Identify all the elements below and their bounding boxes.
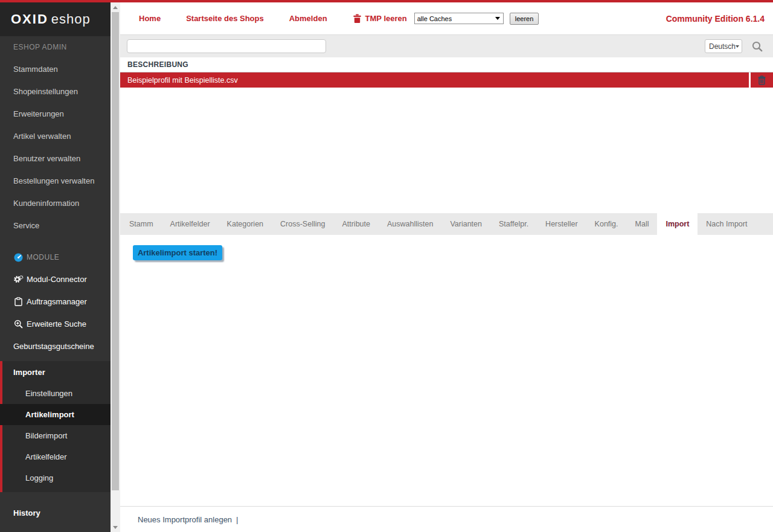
sidebar-item-modul-connector[interactable]: Modul-Connector [0,268,111,290]
nav-link-home[interactable]: Home [139,14,161,23]
list-empty-space [120,88,773,213]
start-article-import-button[interactable]: Artikelimport starten! [133,245,222,260]
cache-select[interactable]: alle Caches [414,13,504,24]
logo-product: eshop [51,11,91,27]
zoom-in-icon [13,319,24,329]
down-triangle-icon [113,526,118,529]
tab-artikelfelder[interactable]: Artikelfelder [162,213,219,235]
cogs-icon [13,274,24,284]
list-column-header: BESCHREIBUNG [120,57,773,72]
scroll-down-arrow[interactable] [111,522,120,532]
clipboard-icon [13,296,24,307]
sidebar-subitem-bilderimport[interactable]: Bilderimport [2,425,111,446]
footer-separator: | [236,515,238,524]
tab-import[interactable]: Import [657,213,698,235]
footer-bar: Neues Importprofil anlegen | [120,506,773,532]
scrollbar-thumb[interactable] [112,12,119,490]
sidebar-subitem-logging[interactable]: Logging [2,467,111,489]
up-triangle-icon [113,6,118,9]
tab-mall[interactable]: Mall [627,213,658,235]
sidebar-item-erweiterte-suche[interactable]: Erweiterte Suche [0,313,111,335]
nav-link-shop-startpage[interactable]: Startseite des Shops [186,14,264,23]
tab-konfig[interactable]: Konfig. [586,213,627,235]
module-section-label: MODULE [27,253,59,261]
trash-icon [353,14,362,24]
language-select-value: Deutsch [709,42,736,51]
sidebar-subitem-einstellungen[interactable]: Einstellungen [2,383,111,404]
vertical-scrollbar[interactable] [111,2,120,532]
sidebar-item-shopeinstellungen[interactable]: Shopeinstellungen [0,80,111,103]
oxid-logo: OXID eshop [0,2,111,36]
top-navigation: Home Startseite des Shops Abmelden TMP l… [120,2,773,35]
language-select[interactable]: Deutsch [705,39,742,53]
cache-select-value: alle Caches [417,15,452,22]
tmp-clear-action[interactable]: TMP leeren [353,14,407,24]
sidebar-subitem-artikelfelder[interactable]: Artikelfelder [2,446,111,467]
module-gauge-icon [13,252,24,263]
module-item-label: Modul-Connector [27,275,87,284]
select-arrow-icon [495,17,500,20]
chevron-down-icon [736,45,739,48]
sidebar-subitem-artikelimport[interactable]: Artikelimport [0,404,111,425]
sidebar-item-erweiterungen[interactable]: Erweiterungen [0,103,111,125]
module-item-label: Geburtstagsgutscheine [13,342,94,351]
cache-clear-button[interactable]: leeren [510,13,539,25]
import-profile-row-label[interactable]: Beispielprofil mit Beispielliste.csv [120,72,749,88]
tab-nach-import[interactable]: Nach Import [698,213,755,235]
sidebar-item-history[interactable]: History [0,502,111,524]
tab-stamm[interactable]: Stamm [121,213,162,235]
tab-staffelpr[interactable]: Staffelpr. [490,213,537,235]
module-item-label: Erweiterte Suche [27,319,86,328]
tab-auswahllisten[interactable]: Auswahllisten [379,213,441,235]
sidebar-section-eshop-admin: ESHOP ADMIN [0,36,111,58]
tab-cross-selling[interactable]: Cross-Selling [272,213,333,235]
edition-label: Community Edition 6.1.4 [666,14,765,24]
sidebar-item-service[interactable]: Service [0,214,111,237]
logo-brand: OXID [11,11,48,27]
search-icon[interactable] [752,41,763,52]
delete-profile-button[interactable] [751,72,773,88]
sidebar-item-stammdaten[interactable]: Stammdaten [0,58,111,80]
main-area: Home Startseite des Shops Abmelden TMP l… [120,2,773,532]
tmp-clear-label: TMP leeren [365,14,407,23]
search-bar: Deutsch [120,35,773,57]
tab-varianten[interactable]: Varianten [441,213,490,235]
tab-attribute[interactable]: Attribute [333,213,379,235]
sidebar-section-module: MODULE [0,246,111,268]
nav-link-logout[interactable]: Abmelden [289,14,327,23]
sidebar: OXID eshop ESHOP ADMIN Stammdaten Shopei… [0,2,111,532]
sidebar-item-bestellungen-verwalten[interactable]: Bestellungen verwalten [0,170,111,192]
detail-tabs: Stamm Artikelfelder Kategorien Cross-Sel… [120,213,773,235]
sidebar-item-geburtstagsgutscheine[interactable]: Geburtstagsgutscheine [0,335,111,357]
sidebar-item-artikel-verwalten[interactable]: Artikel verwalten [0,125,111,147]
tab-kategorien[interactable]: Kategorien [219,213,272,235]
tab-hersteller[interactable]: Hersteller [537,213,586,235]
tab-content: Artikelimport starten! [120,235,773,506]
search-input[interactable] [127,39,326,53]
trash-icon [757,75,766,85]
sidebar-item-auftragsmanager[interactable]: Auftragsmanager [0,290,111,313]
sidebar-item-importer[interactable]: Importer [2,361,111,383]
module-item-label: Auftragsmanager [27,297,87,306]
sidebar-item-benutzer-verwalten[interactable]: Benutzer verwalten [0,147,111,170]
sidebar-group-importer: Importer Einstellungen Artikelimport Bil… [0,361,111,492]
table-row[interactable]: Beispielprofil mit Beispielliste.csv [120,72,773,88]
sidebar-item-kundeninformation[interactable]: Kundeninformation [0,192,111,214]
sidebar-item-favorites-clipped[interactable]: Favorites [0,524,111,532]
new-import-profile-link[interactable]: Neues Importprofil anlegen [138,515,232,524]
scroll-up-arrow[interactable] [111,2,120,12]
